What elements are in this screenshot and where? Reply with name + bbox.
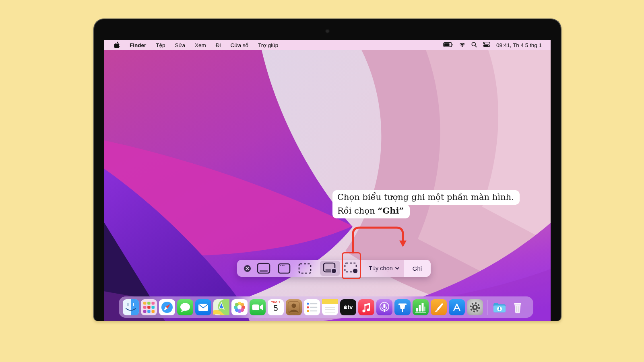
dock-icon-maps[interactable] [213,299,229,315]
dock-icon-contacts[interactable] [286,299,302,315]
menubar-clock[interactable]: 09:41, Th 4 5 thg 1 [496,42,542,48]
apple-glyph [344,305,347,309]
dock-icon-downloads[interactable] [491,299,508,315]
dock-icon-apple-tv[interactable]: tv [340,299,356,315]
dock-icon-messages[interactable] [177,299,193,315]
dock-icon-system-preferences[interactable] [467,299,483,315]
dock-divider [487,300,487,315]
dock-icon-notes[interactable] [322,299,338,315]
menu-item-tep[interactable]: Tệp [156,42,165,48]
dock-icon-calendar[interactable]: THG 1 5 [268,299,284,315]
record-entire-screen-icon[interactable] [320,261,340,276]
dock-icon-pages[interactable] [431,299,447,315]
menu-item-tro-giup[interactable]: Trợ giúp [258,42,278,48]
callout-line-1: Chọn biểu tượng ghi một phần màn hình. [332,190,520,205]
screenshot-toolbar: Tùy chọn Ghi [237,260,431,277]
dock-icon-safari[interactable] [159,299,175,315]
toolbar-divider [317,263,317,274]
chevron-down-icon [395,267,399,269]
menu-bar: Finder Tệp Sửa Xem Đi Cửa sổ Trợ giúp [104,40,551,50]
dock-icon-reminders[interactable] [304,299,320,315]
capture-window-icon[interactable] [274,261,294,276]
menu-item-cua-so[interactable]: Cửa sổ [231,42,248,48]
menu-item-sua[interactable]: Sửa [175,42,186,48]
desktop-wallpaper [104,50,551,321]
dock-icon-finder[interactable] [123,299,139,315]
callout-line-2: Rồi chọn “Ghi” [332,204,410,218]
battery-icon[interactable] [443,42,453,48]
annotation-arrow [339,221,420,258]
wifi-icon[interactable] [459,42,465,48]
record-button[interactable]: Ghi [404,260,431,277]
menu-item-di[interactable]: Đi [216,42,221,48]
tv-label: tv [348,304,353,311]
calendar-day-label: 5 [268,304,284,313]
dock-icon-mail[interactable] [195,299,211,315]
dock-icon-app-store[interactable] [449,299,465,315]
control-center-icon[interactable] [483,42,490,48]
dock-icon-facetime[interactable] [250,299,266,315]
dock-icon-keynote[interactable] [394,299,411,315]
menu-item-xem[interactable]: Xem [195,42,206,48]
capture-selection-icon[interactable] [295,261,314,276]
menu-item-finder[interactable]: Finder [130,42,146,48]
macos-screen: Finder Tệp Sửa Xem Đi Cửa sổ Trợ giúp [104,40,551,321]
apple-menu-icon[interactable] [114,42,120,48]
capture-entire-screen-icon[interactable] [254,261,273,276]
dock-icon-numbers[interactable] [413,299,429,315]
dock-icon-music[interactable] [358,299,374,315]
instruction-callout: Chọn biểu tượng ghi một phần màn hình. R… [332,190,520,218]
dock-icon-podcasts[interactable] [376,299,392,315]
dock: THG 1 5 [119,296,533,318]
options-dropdown[interactable]: Tùy chọn [364,260,404,277]
dock-icon-trash[interactable] [510,299,526,315]
close-icon[interactable] [241,261,253,276]
dock-icon-launchpad[interactable] [141,299,157,315]
calendar-month-label: THG 1 [268,299,284,304]
dock-icon-photos[interactable] [231,299,248,315]
webcam-dot [326,30,329,33]
search-icon[interactable] [471,42,477,49]
